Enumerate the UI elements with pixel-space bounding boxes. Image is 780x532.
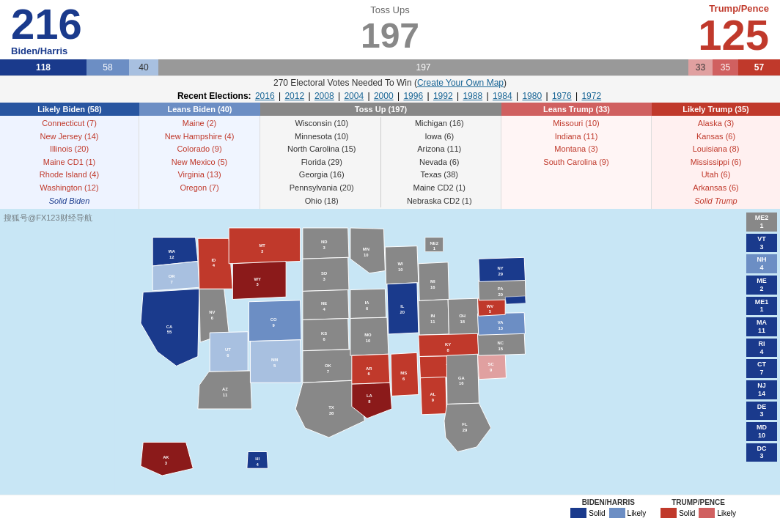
year-1996[interactable]: 1996 bbox=[403, 91, 423, 101]
state-al[interactable] bbox=[420, 377, 446, 415]
state-box-dc[interactable]: DC3 bbox=[746, 443, 777, 462]
categories-row: Likely Biden (58) Leans Biden (40) Toss … bbox=[0, 103, 780, 116]
progress-bar: 118 58 40 197 33 35 57 bbox=[0, 59, 780, 75]
state-box-vt[interactable]: VT3 bbox=[746, 234, 777, 253]
create-map-link[interactable]: Create Your Own Map bbox=[417, 78, 504, 88]
state-box-ct[interactable]: CT7 bbox=[746, 359, 777, 378]
state-md[interactable] bbox=[505, 296, 526, 304]
map-section: 搜狐号@FX123财经导航 WA 12 OR 7 CA 55 NV 6 ID 4… bbox=[0, 209, 780, 495]
col-leans-biden: Maine (2)New Hampshire (4)Colorado (9)Ne… bbox=[139, 116, 260, 209]
col-leans-trump: Missouri (10)Indiana (11)Montana (3)Sout… bbox=[501, 116, 652, 209]
state-sd[interactable] bbox=[303, 257, 349, 291]
pb-likely-biden: 58 bbox=[87, 59, 129, 75]
state-box-md[interactable]: MD10 bbox=[746, 422, 777, 441]
state-box-ri[interactable]: RI4 bbox=[746, 339, 777, 358]
state-il[interactable] bbox=[387, 283, 419, 334]
state-box-de[interactable]: DE3 bbox=[746, 402, 777, 421]
toss-ups-number: 197 bbox=[361, 15, 419, 56]
cat-likely-biden: Likely Biden (58) bbox=[0, 103, 139, 116]
pb-solid-trump: 57 bbox=[738, 59, 780, 75]
state-ks[interactable] bbox=[303, 319, 349, 351]
year-1980[interactable]: 1980 bbox=[522, 91, 542, 101]
col-tossup: Wisconsin (10)Minnesota (10)North Caroli… bbox=[260, 116, 501, 209]
state-hi[interactable] bbox=[247, 452, 268, 469]
year-1988[interactable]: 1988 bbox=[463, 91, 482, 101]
toss-ups-label: Toss Ups bbox=[361, 4, 419, 15]
state-ok[interactable] bbox=[303, 350, 356, 383]
state-nm[interactable] bbox=[250, 340, 301, 383]
pb-leans-biden: 40 bbox=[129, 59, 158, 75]
year-2016[interactable]: 2016 bbox=[255, 91, 275, 101]
pb-likely-trump: 35 bbox=[713, 59, 738, 75]
state-box-me2[interactable]: ME21 bbox=[746, 213, 777, 232]
year-1992[interactable]: 1992 bbox=[433, 91, 453, 101]
year-1976[interactable]: 1976 bbox=[552, 91, 572, 101]
state-sc[interactable] bbox=[477, 352, 506, 379]
pb-solid-biden: 118 bbox=[0, 59, 87, 75]
state-nd[interactable] bbox=[303, 228, 349, 259]
state-wy[interactable] bbox=[232, 262, 286, 300]
year-1972[interactable]: 1972 bbox=[581, 91, 601, 101]
state-mt[interactable] bbox=[229, 228, 301, 264]
year-2008[interactable]: 2008 bbox=[314, 91, 334, 101]
cat-tossup: Toss Up (197) bbox=[260, 103, 501, 116]
state-ms[interactable] bbox=[391, 352, 419, 396]
legend-trump-title: TRUMP/PENCE bbox=[661, 498, 736, 506]
recent-elections-bar: Recent Elections: 2016 | 2012 | 2008 | 2… bbox=[0, 89, 780, 103]
state-ky[interactable] bbox=[419, 333, 479, 356]
trump-score: 125 bbox=[698, 14, 769, 56]
cat-leans-biden: Leans Biden (40) bbox=[139, 103, 260, 116]
state-nc[interactable] bbox=[477, 333, 525, 355]
col-likely-trump: Alaska (3)Kansas (6)Louisiana (8)Mississ… bbox=[652, 116, 780, 209]
needed-bar: 270 Electoral Votes Needed To Win (Creat… bbox=[0, 75, 780, 89]
state-ia[interactable] bbox=[350, 289, 386, 318]
states-row: Connecticut (7)New Jersey (14)Illinois (… bbox=[0, 116, 780, 209]
state-ar[interactable] bbox=[352, 354, 390, 384]
biden-score: 216 bbox=[11, 3, 82, 45]
state-wi[interactable] bbox=[385, 246, 419, 284]
right-state-boxes: ME21 VT3 NH4 ME2 ME11 MA11 RI4 CT7 NJ14 … bbox=[746, 213, 777, 462]
state-ga[interactable] bbox=[446, 354, 479, 404]
year-2000[interactable]: 2000 bbox=[374, 91, 394, 101]
legend-biden-title: BIDEN/HARRIS bbox=[570, 498, 646, 506]
state-ut[interactable] bbox=[210, 332, 248, 372]
state-ne2[interactable] bbox=[425, 237, 444, 252]
year-2004[interactable]: 2004 bbox=[344, 91, 364, 101]
state-az[interactable] bbox=[198, 371, 251, 409]
year-1984[interactable]: 1984 bbox=[493, 91, 512, 101]
col-likely-biden: Connecticut (7)New Jersey (14)Illinois (… bbox=[0, 116, 139, 209]
state-box-me1[interactable]: ME11 bbox=[746, 297, 777, 316]
legend-bar: BIDEN/HARRIS Solid Likely TRUMP/PENCE So… bbox=[0, 495, 780, 521]
state-mi[interactable] bbox=[419, 262, 449, 301]
state-in[interactable] bbox=[419, 300, 449, 336]
state-ne[interactable] bbox=[303, 290, 349, 320]
state-box-nh[interactable]: NH4 bbox=[746, 254, 777, 273]
cat-leans-trump: Leans Trump (33) bbox=[501, 103, 652, 116]
state-box-me2b[interactable]: ME2 bbox=[746, 276, 777, 295]
biden-label: Biden/Harris bbox=[11, 45, 67, 56]
watermark: 搜狐号@FX123财经导航 bbox=[4, 213, 92, 223]
pb-tossup: 197 bbox=[158, 59, 688, 75]
year-2012[interactable]: 2012 bbox=[284, 91, 304, 101]
state-box-ma[interactable]: MA11 bbox=[746, 317, 777, 336]
cat-likely-trump: Likely Trump (35) bbox=[652, 103, 780, 116]
state-box-nj[interactable]: NJ14 bbox=[746, 380, 777, 399]
state-mo[interactable] bbox=[350, 317, 389, 355]
state-ny[interactable] bbox=[479, 257, 526, 281]
state-or[interactable] bbox=[152, 262, 199, 291]
state-oh[interactable] bbox=[448, 298, 479, 336]
state-co[interactable] bbox=[249, 300, 301, 341]
state-id[interactable] bbox=[198, 238, 232, 289]
pb-leans-trump: 33 bbox=[688, 59, 713, 75]
